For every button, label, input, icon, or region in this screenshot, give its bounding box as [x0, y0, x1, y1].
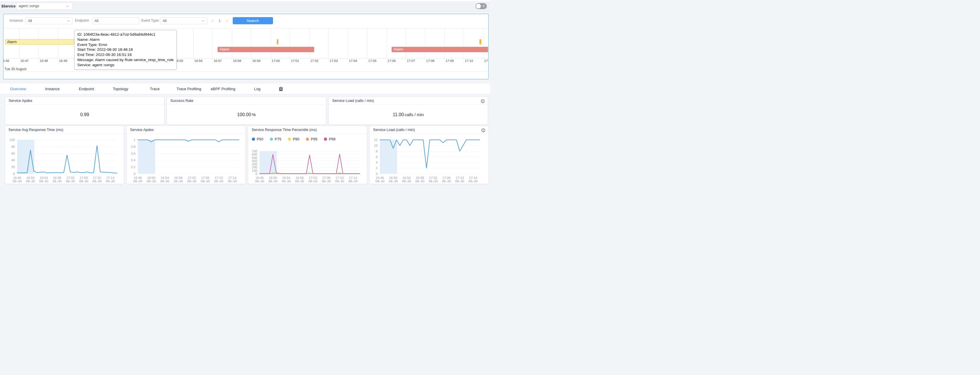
instance-select[interactable]: All — [25, 17, 73, 24]
svg-text:08–30: 08–30 — [335, 179, 344, 183]
timeline-axis-tick — [328, 58, 329, 65]
svg-text:17:06: 17:06 — [442, 176, 450, 179]
chart-card-title: Service Apdex — [130, 126, 154, 134]
svg-text:10: 10 — [374, 144, 378, 147]
svg-text:16:58: 16:58 — [53, 176, 61, 179]
svg-text:08–30: 08–30 — [66, 179, 75, 183]
stat-card-title: Success Rate — [170, 97, 193, 104]
svg-text:16:54: 16:54 — [282, 176, 290, 179]
service-select[interactable]: agent::songs — [16, 3, 73, 10]
svg-text:200: 200 — [252, 166, 257, 169]
stat-value: 0.99 — [80, 112, 89, 117]
timeline-gridline — [464, 28, 464, 58]
svg-text:16:50: 16:50 — [269, 176, 277, 179]
svg-text:08–30: 08–30 — [13, 179, 22, 183]
tab-overview[interactable]: Overview — [2, 84, 35, 94]
event-point-marker[interactable] — [277, 39, 279, 44]
timeline-tick-label: 17:03 — [329, 59, 338, 62]
timeline-tick-label: 16:57 — [213, 59, 222, 62]
stat-value-unit: % — [252, 112, 256, 117]
timeline-axis-tick — [387, 58, 387, 65]
chevron-down-icon — [66, 5, 69, 8]
svg-text:08–30: 08–30 — [255, 179, 264, 183]
top-bar: $Service agent::songs V — [0, 1, 490, 11]
tabs-inner: Overview Instance Endpoint Topology Trac… — [2, 84, 287, 94]
chart-card-header: Service Load (calls / min) — [370, 126, 488, 134]
tooltip-start-time: Start Time: 2022-08-30 16:46:16 — [78, 47, 174, 52]
chart-card-service-load-calls-min-: Service Load (calls / min)02468101216:46… — [370, 126, 488, 184]
svg-text:17:10: 17:10 — [336, 176, 344, 179]
event-bar-error[interactable]: Alarm — [218, 47, 314, 52]
tab-trace[interactable]: Trace — [138, 84, 171, 94]
svg-text:17:14: 17:14 — [349, 176, 357, 179]
search-button[interactable]: Search — [233, 17, 273, 24]
event-type-filter-label: Event Type: — [142, 14, 159, 28]
timeline-axis-tick — [483, 58, 484, 65]
svg-text:16:54: 16:54 — [402, 176, 411, 179]
timeline-axis-tick — [406, 58, 406, 65]
svg-text:16:54: 16:54 — [161, 176, 169, 179]
page-next-button[interactable]: › — [226, 14, 228, 28]
stat-card-title: Service Apdex — [9, 97, 32, 104]
svg-text:17:14: 17:14 — [469, 176, 477, 179]
timeline-tick-label: 16:56 — [194, 59, 203, 62]
svg-text:16:58: 16:58 — [174, 176, 182, 179]
toggle-knob — [476, 4, 481, 9]
chart-card-title: Service Response Time Percentile (ms) — [251, 126, 317, 134]
chart-card-service-avg-response-time-ms-: Service Avg Response Time (ms)0204060801… — [5, 126, 124, 184]
timeline-gridline — [251, 28, 251, 58]
tab-instance[interactable]: Instance — [36, 84, 68, 94]
timeline-tick-label: 17:01 — [291, 59, 299, 62]
endpoint-filter-label: Endpoint: — [75, 14, 90, 28]
page-prev-button[interactable]: ‹ — [212, 14, 213, 28]
tab-topology[interactable]: Topology — [104, 84, 137, 94]
info-icon[interactable] — [481, 99, 485, 103]
event-point-marker[interactable] — [479, 39, 481, 44]
svg-text:400: 400 — [252, 159, 257, 163]
event-bar-error[interactable]: Alarm — [391, 47, 488, 52]
tooltip-service: Service: agent::songs — [78, 62, 174, 68]
chart-card-header: Service Avg Response Time (ms) — [5, 126, 124, 134]
svg-text:8: 8 — [376, 150, 378, 153]
timeline-tick-label: 17:10 — [465, 59, 473, 62]
event-bar-label: Alarm — [218, 47, 229, 51]
timeline-axis-tick — [290, 58, 290, 65]
svg-text:16:46: 16:46 — [134, 176, 142, 179]
stat-card-service-apdex: Service Apdex0.99 — [5, 97, 164, 124]
timeline-tick-label: 17:06 — [388, 59, 396, 62]
timeline-axis-tick — [212, 58, 213, 65]
line-chart: 00.20.40.60.8116:4608–3016:5008–3016:540… — [127, 134, 245, 184]
svg-text:500: 500 — [252, 156, 257, 160]
clipboard-icon[interactable] — [275, 84, 287, 94]
event-type-select[interactable]: All — [160, 17, 208, 24]
info-icon[interactable] — [481, 128, 485, 132]
svg-text:17:06: 17:06 — [322, 176, 331, 179]
svg-text:08–30: 08–30 — [402, 179, 411, 183]
timeline-axis-tick — [251, 58, 251, 65]
timeline-axis-tick — [367, 58, 368, 65]
svg-text:4: 4 — [376, 161, 378, 164]
tab-log[interactable]: Log — [241, 84, 274, 94]
timeline-tick-label: 17:11 — [484, 59, 488, 62]
svg-text:08–30: 08–30 — [389, 179, 398, 183]
tab-ebpf-profiling[interactable]: eBPF Profiling — [207, 84, 240, 94]
auto-refresh-toggle[interactable]: V — [476, 3, 487, 9]
svg-text:2: 2 — [376, 166, 378, 170]
tab-endpoint[interactable]: Endpoint — [70, 84, 103, 94]
svg-text:17:10: 17:10 — [456, 176, 464, 179]
svg-text:16:46: 16:46 — [13, 176, 21, 179]
stat-card-header: Success Rate — [167, 97, 326, 105]
chart-card-service-response-time-percentile-ms-: Service Response Time Percentile (ms)P50… — [248, 126, 367, 184]
toggle-label: V — [482, 3, 485, 9]
svg-text:0.4: 0.4 — [131, 158, 136, 162]
tab-trace-profiling[interactable]: Trace Profiling — [172, 84, 205, 94]
svg-text:08–30: 08–30 — [415, 179, 425, 183]
timeline-axis-tick — [232, 58, 232, 65]
timeline-axis-tick — [464, 58, 464, 65]
timeline-gridline — [309, 28, 309, 58]
timeline-gridline — [290, 28, 290, 58]
timeline-tick-label: 17:02 — [310, 59, 318, 62]
stat-card-success-rate: Success Rate100.00% — [167, 97, 326, 124]
stat-card-header: Service Apdex — [5, 97, 164, 105]
endpoint-input[interactable]: All — [92, 17, 140, 24]
